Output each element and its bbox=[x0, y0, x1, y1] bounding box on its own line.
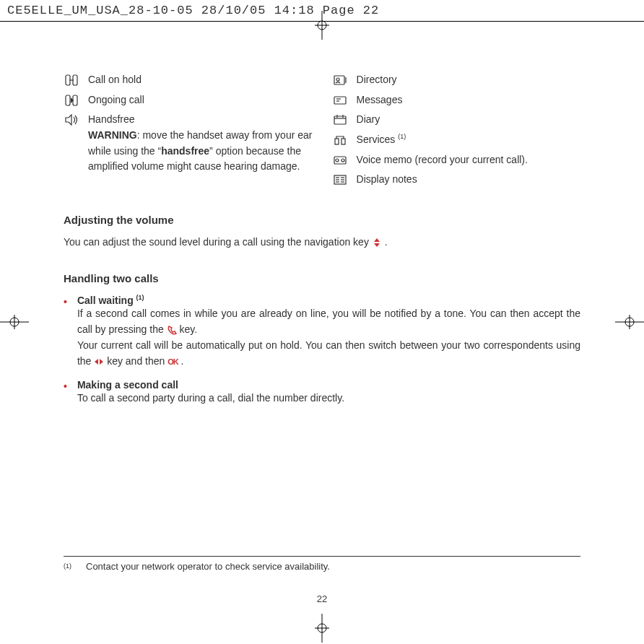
icon-label: Diary bbox=[357, 112, 380, 128]
icon-row-handsfree: Handsfree WARNING: move the handset away… bbox=[64, 112, 325, 175]
page-number: 22 bbox=[0, 593, 644, 604]
call-key-icon bbox=[167, 325, 177, 335]
icon-label: Call on hold bbox=[88, 72, 142, 88]
page-content: Call on hold Ongoing call Handsfree WARN… bbox=[0, 22, 644, 406]
icon-row-services: Services (1) bbox=[332, 132, 580, 148]
icon-label: Ongoing call bbox=[88, 92, 144, 108]
display-notes-icon bbox=[332, 173, 348, 186]
svg-point-30 bbox=[336, 159, 339, 162]
adjusting-volume-body: You can adjust the sound level during a … bbox=[64, 235, 580, 251]
nav-left-right-icon bbox=[94, 357, 104, 367]
handsfree-icon bbox=[64, 113, 79, 126]
heading-handling-two-calls: Handling two calls bbox=[64, 272, 580, 284]
svg-rect-20 bbox=[334, 97, 346, 104]
warning-handsfree: handsfree bbox=[161, 145, 209, 157]
diary-icon bbox=[332, 113, 348, 126]
icon-row-voice-memo: Voice memo (record your current call). bbox=[332, 152, 580, 168]
icon-row-ongoing-call: Ongoing call bbox=[64, 92, 325, 108]
bullet-second-call: • Making a second call To call a second … bbox=[64, 379, 580, 406]
messages-icon bbox=[332, 94, 348, 107]
ok-key-icon: OK bbox=[167, 357, 178, 366]
ongoing-call-icon bbox=[64, 94, 79, 107]
crop-mark-bottom bbox=[315, 614, 329, 643]
footnote: (1) Contact your network operator to che… bbox=[64, 556, 580, 572]
svg-rect-15 bbox=[66, 95, 70, 105]
icon-row-call-on-hold: Call on hold bbox=[64, 72, 325, 88]
call-waiting-p2: Your current call will be automatically … bbox=[77, 338, 580, 369]
crop-mark-top bbox=[315, 11, 329, 40]
icon-row-diary: Diary bbox=[332, 112, 580, 128]
icon-row-messages: Messages bbox=[332, 92, 580, 108]
footnote-sup: (1) bbox=[64, 561, 71, 572]
icon-label: Messages bbox=[357, 92, 403, 108]
bullet-title-second-call: Making a second call bbox=[77, 379, 580, 391]
nav-up-down-icon bbox=[372, 238, 382, 248]
crop-mark-left bbox=[0, 315, 29, 329]
bullet-title-call-waiting: Call waiting (1) bbox=[77, 295, 144, 306]
icon-label: Voice memo (record your current call). bbox=[357, 152, 528, 168]
icon-label: Display notes bbox=[357, 172, 417, 188]
warning-word: WARNING bbox=[88, 129, 137, 141]
svg-rect-28 bbox=[341, 139, 345, 144]
bullet-dot-icon: • bbox=[64, 295, 67, 369]
bullet-call-waiting: • Call waiting (1) If a second call come… bbox=[64, 295, 580, 369]
handsfree-label: Handsfree bbox=[88, 113, 135, 125]
svg-point-18 bbox=[336, 78, 339, 81]
svg-point-31 bbox=[341, 159, 344, 162]
call-waiting-p1: If a second call comes in while you are … bbox=[77, 306, 580, 337]
crop-mark-right bbox=[615, 315, 644, 329]
call-on-hold-icon bbox=[64, 74, 79, 87]
icon-row-display-notes: Display notes bbox=[332, 172, 580, 188]
svg-rect-23 bbox=[334, 116, 346, 124]
bullet-dot-icon: • bbox=[64, 379, 67, 406]
icon-label: Directory bbox=[357, 72, 397, 88]
icon-label: Services (1) bbox=[357, 132, 406, 148]
svg-rect-27 bbox=[335, 139, 339, 144]
icon-row-directory: Directory bbox=[332, 72, 580, 88]
footnote-text: Contact your network operator to check s… bbox=[86, 561, 330, 572]
services-icon bbox=[332, 134, 348, 147]
voice-memo-icon bbox=[332, 154, 348, 167]
second-call-body: To call a second party during a call, di… bbox=[77, 391, 580, 406]
handsfree-text: Handsfree WARNING: move the handset away… bbox=[88, 112, 325, 175]
directory-icon bbox=[332, 74, 348, 87]
heading-adjusting-volume: Adjusting the volume bbox=[64, 214, 580, 226]
